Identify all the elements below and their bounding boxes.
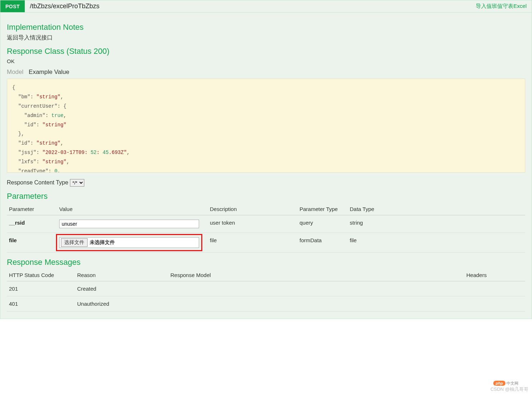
- param-description: file: [208, 233, 297, 253]
- response-content-type-row: Response Content Type */*: [7, 179, 525, 187]
- table-row: __rsiduser tokenquerystring: [7, 215, 525, 233]
- resp-headers: [464, 281, 525, 296]
- endpoint-path: /tbZbzs/excelProTbZbzs: [25, 0, 471, 12]
- resp-code: 201: [7, 281, 75, 296]
- response-class-heading: Response Class (Status 200): [7, 47, 525, 56]
- param-type: formData: [297, 233, 348, 253]
- resp-model: [168, 281, 464, 296]
- resp-reason: Created: [75, 281, 168, 296]
- resp-code: 401: [7, 296, 75, 311]
- param-col-name: Parameter: [7, 203, 57, 215]
- param-col-desc: Description: [208, 203, 297, 215]
- endpoint-summary: 导入值班值守表Excel: [471, 0, 532, 12]
- resp-col-model: Response Model: [168, 269, 464, 281]
- resp-col-code: HTTP Status Code: [7, 269, 75, 281]
- resp-reason: Unauthorized: [75, 296, 168, 311]
- resp-headers: [464, 296, 525, 311]
- resp-model: [168, 296, 464, 311]
- param-col-dtype: Data Type: [348, 203, 525, 215]
- example-value-box[interactable]: { "bm": "string", "currentUser": { "admi…: [7, 79, 525, 173]
- response-messages-heading: Response Messages: [7, 258, 525, 267]
- schema-tabs: Model Example Value: [7, 69, 525, 76]
- parameters-heading: Parameters: [7, 192, 525, 201]
- resp-col-headers: Headers: [464, 269, 525, 281]
- parameters-table: Parameter Value Description Parameter Ty…: [7, 203, 525, 253]
- param-name: __rsid: [7, 215, 57, 233]
- param-data-type: file: [348, 233, 525, 253]
- response-messages-table: HTTP Status Code Reason Response Model H…: [7, 269, 525, 311]
- table-row: 201Created: [7, 281, 525, 296]
- param-col-value: Value: [57, 203, 208, 215]
- resp-col-reason: Reason: [75, 269, 168, 281]
- choose-file-button[interactable]: 选择文件: [61, 238, 88, 247]
- param-name: file: [7, 233, 57, 253]
- operation-body: Implementation Notes 返回导入情况接口 Response C…: [0, 13, 532, 319]
- implementation-notes-text: 返回导入情况接口: [7, 34, 525, 42]
- implementation-notes-heading: Implementation Notes: [7, 23, 525, 32]
- param-text-input[interactable]: [59, 220, 199, 228]
- param-data-type: string: [348, 215, 525, 233]
- param-type: query: [297, 215, 348, 233]
- param-value-cell: [57, 215, 208, 233]
- param-file-input[interactable]: 选择文件未选择文件: [59, 237, 199, 248]
- table-row: 401Unauthorized: [7, 296, 525, 311]
- http-method-badge: POST: [0, 0, 25, 12]
- response-content-type-select[interactable]: */*: [70, 179, 84, 187]
- table-row: file选择文件未选择文件fileformDatafile: [7, 233, 525, 253]
- tab-model[interactable]: Model: [7, 69, 23, 76]
- file-status-text: 未选择文件: [90, 239, 115, 246]
- param-col-ptype: Parameter Type: [297, 203, 348, 215]
- response-class-status: OK: [7, 58, 525, 64]
- operation-header[interactable]: POST /tbZbzs/excelProTbZbzs 导入值班值守表Excel: [0, 0, 532, 13]
- response-content-type-label: Response Content Type: [7, 179, 68, 186]
- param-description: user token: [208, 215, 297, 233]
- param-value-cell: 选择文件未选择文件: [57, 233, 208, 253]
- tab-example-value[interactable]: Example Value: [29, 69, 69, 76]
